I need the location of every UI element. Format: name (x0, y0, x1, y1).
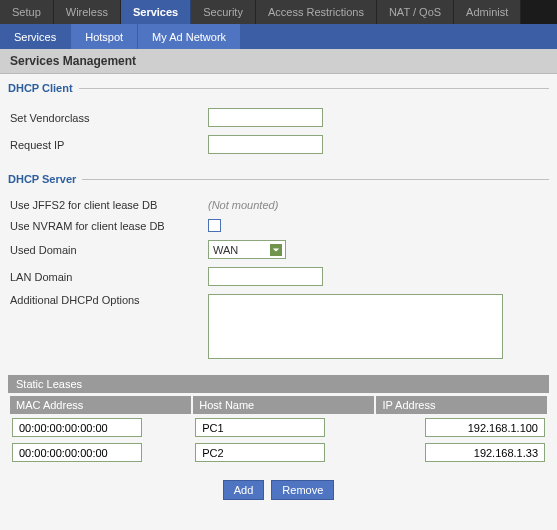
dhcpd-options-label: Additional DHCPd Options (8, 294, 208, 306)
static-leases-title: Static Leases (8, 375, 549, 393)
chevron-down-icon (270, 244, 282, 256)
lease-mac-input[interactable] (12, 443, 142, 462)
main-tabs: Setup Wireless Services Security Access … (0, 0, 557, 24)
nvram-label: Use NVRAM for client lease DB (8, 220, 208, 232)
vendorclass-label: Set Vendorclass (8, 112, 208, 124)
dhcp-server-legend: DHCP Server (8, 173, 82, 185)
main-tab-access-restrictions[interactable]: Access Restrictions (256, 0, 377, 24)
main-tab-security[interactable]: Security (191, 0, 256, 24)
dhcpd-options-textarea[interactable] (208, 294, 503, 359)
main-tab-wireless[interactable]: Wireless (54, 0, 121, 24)
leases-buttons: Add Remove (8, 480, 549, 500)
nvram-checkbox[interactable] (208, 219, 221, 232)
lease-ip-input[interactable] (425, 418, 545, 437)
leases-table: MAC Address Host Name IP Address (8, 394, 549, 466)
leases-header-row: MAC Address Host Name IP Address (10, 396, 547, 414)
leases-col-host: Host Name (193, 396, 374, 414)
lease-mac-input[interactable] (12, 418, 142, 437)
divider (82, 179, 549, 180)
static-leases: Static Leases MAC Address Host Name IP A… (8, 375, 549, 500)
lan-domain-input[interactable] (208, 267, 323, 286)
add-button[interactable]: Add (223, 480, 265, 500)
requestip-label: Request IP (8, 139, 208, 151)
used-domain-select[interactable]: WAN (208, 240, 286, 259)
requestip-input[interactable] (208, 135, 323, 154)
vendorclass-input[interactable] (208, 108, 323, 127)
remove-button[interactable]: Remove (271, 480, 334, 500)
page-title: Services Management (0, 49, 557, 74)
table-row (10, 416, 547, 439)
content: DHCP Client Set Vendorclass Request IP D… (0, 74, 557, 530)
sub-tabs: Services Hotspot My Ad Network (0, 24, 557, 49)
sub-tab-my-ad-network[interactable]: My Ad Network (138, 24, 241, 49)
dhcp-client-section: DHCP Client Set Vendorclass Request IP (8, 82, 549, 158)
lease-host-input[interactable] (195, 418, 325, 437)
lease-ip-input[interactable] (425, 443, 545, 462)
table-row (10, 441, 547, 464)
dhcp-server-section: DHCP Server Use JFFS2 for client lease D… (8, 173, 549, 500)
sub-tab-hotspot[interactable]: Hotspot (71, 24, 138, 49)
main-tab-services[interactable]: Services (121, 0, 191, 24)
main-tab-setup[interactable]: Setup (0, 0, 54, 24)
dhcp-client-legend: DHCP Client (8, 82, 79, 94)
lan-domain-label: LAN Domain (8, 271, 208, 283)
used-domain-value: WAN (213, 244, 238, 256)
used-domain-label: Used Domain (8, 244, 208, 256)
leases-col-mac: MAC Address (10, 396, 191, 414)
jffs2-hint: (Not mounted) (208, 199, 278, 211)
sub-tab-services[interactable]: Services (0, 24, 71, 49)
divider (79, 88, 549, 89)
main-tab-administration[interactable]: Administ (454, 0, 521, 24)
jffs2-label: Use JFFS2 for client lease DB (8, 199, 208, 211)
leases-col-ip: IP Address (376, 396, 547, 414)
main-tab-nat-qos[interactable]: NAT / QoS (377, 0, 454, 24)
lease-host-input[interactable] (195, 443, 325, 462)
